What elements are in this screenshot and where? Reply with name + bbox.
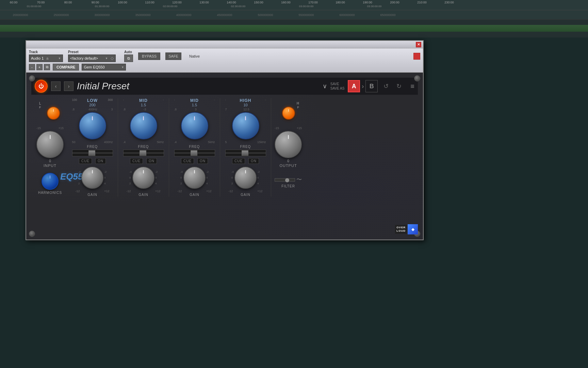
a-button[interactable]: A (348, 80, 360, 92)
high-band-label: HIGH (240, 98, 251, 103)
lf-shelf-knob[interactable] (47, 107, 60, 120)
high-freq-label: FREQ (240, 145, 251, 149)
high-fader[interactable] (225, 150, 266, 156)
filter-label: FILTER (281, 184, 295, 188)
low-freq-value: 200 (87, 103, 98, 107)
low-band-label: LOW (87, 98, 98, 103)
prev-icon: ‹ (55, 83, 57, 89)
preset-minus-button[interactable]: - (29, 64, 35, 70)
harmonics-knob[interactable] (42, 173, 59, 190)
mid1-fader[interactable] (123, 150, 164, 156)
high-cue-button[interactable]: CUE (232, 158, 245, 164)
screw-tl (29, 75, 35, 81)
redo-button[interactable]: ↻ (394, 81, 404, 91)
window-close-button[interactable]: ✕ (416, 42, 421, 47)
header-row2: - + ⧉ COMPARE Gem EQ550 ▼ (29, 64, 420, 71)
high-on-button[interactable]: ON (248, 158, 259, 164)
output-column: H F -15 +15 0 OUTPUT (271, 98, 305, 197)
mid2-freq-value: 1.5 (190, 103, 199, 107)
preset-section: Preset <factory default> ▼ ◇ (68, 50, 116, 62)
high-cue-on: CUE ON (232, 158, 259, 164)
hf-shelf-knob[interactable] (282, 107, 295, 120)
plugin-header: Track Audio 1 a ▼ Preset <factory defaul… (26, 48, 423, 73)
low-freq-knob[interactable] (79, 112, 106, 139)
mid1-cue-on: CUE ON (130, 158, 157, 164)
mid1-on-button[interactable]: ON (146, 158, 157, 164)
low-fader[interactable] (72, 150, 113, 156)
timeline-track[interactable] (0, 20, 588, 37)
timeline-ruler: 60:00 70:00 80:00 90:00 100:00 110:00 12… (0, 0, 588, 10)
compare-button[interactable]: COMPARE (53, 64, 79, 71)
power-icon: ⏻ (38, 83, 44, 89)
high-freq-value: 10 (240, 103, 251, 107)
preset-name-dropdown-arrow[interactable]: ∨ (323, 82, 327, 90)
screw-tr (414, 75, 420, 81)
rec-button[interactable] (413, 53, 420, 60)
overloud-logo: OVERLOUD ◆ (395, 224, 418, 234)
mid1-freq-label: FREQ (138, 145, 149, 149)
header-row1: Track Audio 1 a ▼ Preset <factory defaul… (29, 50, 420, 62)
low-on-button[interactable]: ON (95, 158, 106, 164)
mid2-freq-label: FREQ (189, 145, 200, 149)
preset-plus-button[interactable]: + (36, 64, 43, 70)
native-button[interactable]: Native (186, 53, 202, 59)
track-dropdown[interactable]: Audio 1 a ▼ (29, 55, 63, 62)
copy-auto-button[interactable]: ⧉ (124, 55, 133, 62)
ab-arrow-button[interactable]: › (362, 83, 364, 90)
mid2-on-button[interactable]: ON (197, 158, 208, 164)
preset-dropdown[interactable]: <factory default> ▼ ◇ (68, 55, 116, 62)
menu-button[interactable]: ≡ (410, 82, 414, 90)
track-label: Track (29, 50, 63, 54)
next-preset-button[interactable]: › (64, 81, 74, 91)
prev-preset-button[interactable]: ‹ (51, 81, 61, 91)
mid1-cue-button[interactable]: CUE (130, 158, 143, 164)
output-label: OUTPUT (279, 164, 297, 168)
low-gain-knob[interactable] (81, 167, 103, 189)
output-knob[interactable] (275, 131, 302, 158)
preset-name-text: Initial Preset (77, 81, 323, 92)
safe-button[interactable]: SAFE (165, 52, 181, 60)
power-button[interactable]: ⏻ (35, 80, 48, 93)
preset-bar: ⏻ ‹ › Initial Preset ∨ SAVE SAVE AS A › … (31, 78, 418, 95)
eq-plugin-body: ⏻ ‹ › Initial Preset ∨ SAVE SAVE AS A › … (26, 73, 423, 240)
ruler-numbers: 60:00 70:00 80:00 90:00 100:00 110:00 12… (0, 1, 588, 4)
save-as-button[interactable]: SAVE AS (330, 87, 345, 90)
hf-label-h: H (297, 102, 299, 106)
eq-controls-layout: L F -15 +15 0 INPUT (31, 98, 418, 197)
mid2-gain-label: GAIN (190, 193, 199, 197)
filter-wave-icon: 〜 (296, 176, 302, 183)
mid2-fader[interactable] (174, 150, 215, 156)
mid2-freq-knob[interactable] (181, 112, 208, 139)
next-icon: › (68, 83, 70, 89)
input-knob[interactable] (36, 131, 64, 158)
mid1-freq-value: 1.5 (139, 103, 148, 107)
low-cue-button[interactable]: CUE (79, 158, 92, 164)
undo-button[interactable]: ↺ (381, 81, 391, 91)
bypass-button[interactable]: BYPASS (138, 52, 160, 60)
preset-name-area: Initial Preset ∨ (77, 81, 327, 92)
auto-label: Auto (124, 50, 133, 54)
ab-section: A › B (348, 80, 378, 92)
mid1-gain-knob[interactable] (132, 167, 154, 189)
preset-label: Preset (68, 50, 116, 54)
preset-clip-button[interactable]: ⧉ (44, 64, 50, 70)
low-gain-label: GAIN (87, 193, 97, 197)
save-button[interactable]: SAVE (330, 82, 345, 86)
mid2-cue-button[interactable]: CUE (181, 158, 194, 164)
input-value: 0 (49, 159, 51, 163)
lf-label: L (39, 102, 41, 106)
plugin-select-dropdown[interactable]: Gem EQ550 ▼ (82, 64, 126, 71)
auto-section: Auto ⧉ (124, 50, 133, 62)
filter-slider[interactable] (275, 178, 295, 182)
output-value: 0 (287, 159, 289, 163)
window-titlebar: ✕ (26, 41, 423, 48)
mid1-freq-knob[interactable] (130, 112, 157, 139)
high-gain-knob[interactable] (234, 167, 257, 189)
track-section: Track Audio 1 a ▼ (29, 50, 63, 62)
low-freq-label: FREQ (87, 145, 98, 149)
high-freq-knob[interactable] (232, 112, 259, 139)
b-button[interactable]: B (365, 80, 378, 92)
input-scale-min: -15 (36, 126, 41, 130)
mid2-gain-knob[interactable] (183, 167, 206, 189)
band-high: · HIGH 10 · 7 12.5 5 15kHz FREQ (220, 98, 271, 197)
